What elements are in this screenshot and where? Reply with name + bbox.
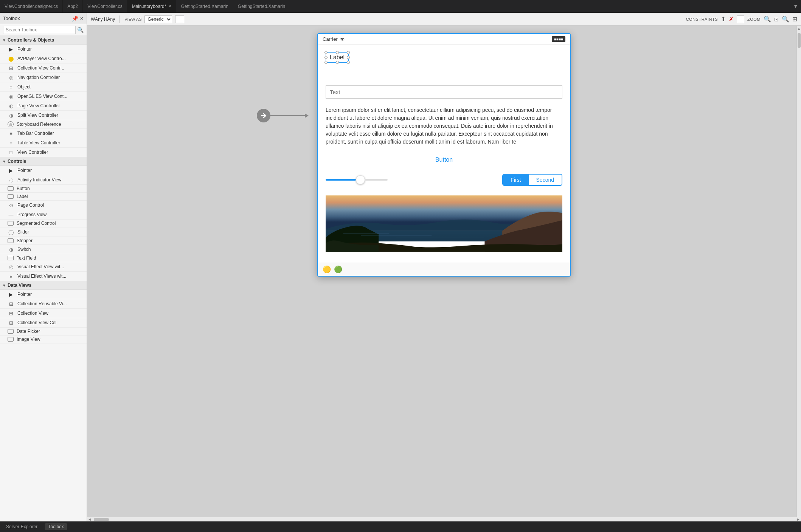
toolbox-item-object[interactable]: ○ Object bbox=[0, 82, 87, 92]
toolbox-item-date-picker[interactable]: Date Picker bbox=[0, 328, 87, 336]
bottom-tab-toolbox[interactable]: Toolbox bbox=[45, 523, 67, 530]
handle-bl[interactable] bbox=[324, 61, 328, 64]
toolbox-item-tab-bar-controller[interactable]: ≡ Tab Bar Controller bbox=[0, 129, 87, 138]
zoom-fit-icon[interactable]: ⊞ bbox=[792, 15, 797, 23]
tab-app2[interactable]: App2 bbox=[63, 0, 83, 12]
object-icon: ○ bbox=[8, 84, 14, 90]
toolbox-item-pointer-data[interactable]: ▶ Pointer bbox=[0, 290, 87, 299]
toolbox-item-pointer-controls[interactable]: ▶ Pointer bbox=[0, 166, 87, 175]
tab-getting-started-1[interactable]: GettingStarted.Xamarin bbox=[176, 0, 233, 12]
toolbox-item-collection-view-ctrl[interactable]: ⊞ Collection View Contr... bbox=[0, 63, 87, 73]
search-icon: 🔍 bbox=[77, 27, 84, 33]
device-frame-toggle[interactable] bbox=[175, 15, 184, 23]
zoom-in-icon[interactable]: 🔍 bbox=[782, 15, 789, 23]
category-data-views[interactable]: ▼ Data Views bbox=[0, 281, 87, 290]
button-icon bbox=[8, 186, 14, 191]
toolbox-item-collection-reusable[interactable]: ⊞ Collection Reusable Vi... bbox=[0, 299, 87, 309]
scroll-up-icon[interactable]: ▲ bbox=[796, 26, 801, 31]
date-picker-icon bbox=[8, 329, 14, 334]
button-widget[interactable]: Button bbox=[326, 153, 562, 166]
bottom-icon-1[interactable]: 🟡 bbox=[323, 265, 331, 274]
toolbox-item-opengl[interactable]: ◉ OpenGL ES View Cont... bbox=[0, 92, 87, 101]
avplayer-icon: ⬤ bbox=[8, 55, 14, 62]
text-field-icon bbox=[8, 256, 14, 260]
zoom-out-icon[interactable]: 🔍 bbox=[764, 15, 771, 23]
toolbox-item-switch[interactable]: ◑ Switch bbox=[0, 245, 87, 254]
table-view-controller-icon: ≡ bbox=[8, 139, 14, 146]
search-input[interactable] bbox=[3, 26, 76, 34]
toolbox-item-pointer-ctrl[interactable]: ▶ Pointer bbox=[0, 45, 87, 54]
handle-bm[interactable] bbox=[336, 61, 339, 64]
toolbox-item-stepper[interactable]: Stepper bbox=[0, 237, 87, 245]
handle-tr[interactable] bbox=[347, 51, 350, 54]
toolbox-item-avplayer[interactable]: ⬤ AVPlayer View Contro... bbox=[0, 54, 87, 63]
category-controls-arrow-icon: ▼ bbox=[2, 159, 6, 164]
handle-tl[interactable] bbox=[324, 51, 328, 54]
bottom-icon-2[interactable]: 🟢 bbox=[334, 265, 342, 274]
status-carrier: Carrier bbox=[323, 36, 345, 42]
toolbox-item-page-control[interactable]: ⊙ Page Control bbox=[0, 201, 87, 210]
label-widget[interactable]: Label bbox=[326, 52, 349, 63]
toolbox-item-label[interactable]: Label bbox=[0, 193, 87, 201]
tab-main-storyboard[interactable]: Main.storyboard* ✕ bbox=[127, 0, 177, 12]
toolbox-item-progress-view[interactable]: — Progress View bbox=[0, 210, 87, 220]
toolbox-item-text-field[interactable]: Text Field bbox=[0, 254, 87, 262]
view-as-select[interactable]: Generic bbox=[144, 15, 172, 23]
tab-getting-started-2[interactable]: GettingStarted.Xamarin bbox=[233, 0, 290, 12]
handle-mr[interactable] bbox=[347, 56, 350, 59]
slider-thumb[interactable] bbox=[356, 175, 365, 184]
text-field-widget[interactable] bbox=[326, 85, 562, 99]
constraint-error-icon[interactable]: ✗ bbox=[729, 15, 734, 23]
tab-viewcontroller-designer[interactable]: ViewController.designer.cs bbox=[0, 0, 63, 12]
toolbox-item-slider[interactable]: ◯ Slider bbox=[0, 227, 87, 237]
handle-ml[interactable] bbox=[324, 56, 328, 59]
zoom-label: ZOOM bbox=[747, 17, 761, 22]
toolbox-header-icons: 📌 ✕ bbox=[72, 15, 84, 22]
tab-close-icon[interactable]: ✕ bbox=[168, 4, 171, 8]
category-controls[interactable]: ▼ Controls bbox=[0, 157, 87, 166]
segmented-control: First Second bbox=[502, 174, 562, 186]
constraints-label: CONSTRAINTS bbox=[686, 17, 718, 22]
category-controllers[interactable]: ▼ Controllers & Objects bbox=[0, 36, 87, 45]
tab-dropdown-icon[interactable]: ▼ bbox=[790, 0, 801, 12]
horizontal-scrollbar[interactable]: ◄ ► bbox=[87, 517, 801, 521]
vertical-scrollbar[interactable]: ▲ ▼ bbox=[796, 26, 801, 521]
toolbox-item-image-view[interactable]: Image View bbox=[0, 336, 87, 343]
toolbox-item-page-view-controller[interactable]: ◐ Page View Controller bbox=[0, 101, 87, 111]
split-view-controller-icon: ◑ bbox=[8, 112, 14, 119]
toolbox-item-view-controller[interactable]: □ View Controller bbox=[0, 148, 87, 157]
toolbar-right: CONSTRAINTS ⬆ ✗ ZOOM 🔍 ⊡ 🔍 ⊞ bbox=[686, 15, 797, 23]
constraint-rect-icon[interactable] bbox=[737, 15, 744, 23]
constraint-add-icon[interactable]: ⬆ bbox=[721, 15, 726, 23]
view-controller-icon: □ bbox=[8, 149, 14, 156]
toolbox-item-activity-indicator[interactable]: ◌ Activity Indicator View bbox=[0, 175, 87, 185]
toolbox-item-navigation-controller[interactable]: ◎ Navigation Controller bbox=[0, 73, 87, 82]
toolbox-item-segmented-control[interactable]: Segmented Control bbox=[0, 220, 87, 227]
toolbar-view-as: VIEW AS Generic bbox=[124, 15, 172, 23]
toolbox-item-visual-effect-1[interactable]: ◎ Visual Effect View wit... bbox=[0, 262, 87, 272]
scroll-right-icon[interactable]: ► bbox=[796, 517, 801, 521]
zoom-reset-icon[interactable]: ⊡ bbox=[774, 16, 779, 22]
toolbox-item-button[interactable]: Button bbox=[0, 185, 87, 193]
phone-status-bar: Carrier ■■■■ bbox=[318, 34, 570, 45]
toolbox-item-storyboard-reference[interactable]: ◍ Storyboard Reference bbox=[0, 120, 87, 129]
toolbox-pin-icon[interactable]: 📌 bbox=[72, 15, 78, 22]
toolbox-item-split-view-controller[interactable]: ◑ Split View Controller bbox=[0, 111, 87, 120]
main-layout: Toolbox 📌 ✕ 🔍 ▼ Controllers & Objects ▶ … bbox=[0, 13, 801, 521]
toolbox-item-collection-view[interactable]: ⊞ Collection View bbox=[0, 309, 87, 318]
pointer-data-icon: ▶ bbox=[8, 291, 14, 298]
toolbox-item-visual-effect-2[interactable]: ● Visual Effect Views wit... bbox=[0, 272, 87, 281]
toolbox-item-table-view-controller[interactable]: ≡ Table View Controller bbox=[0, 138, 87, 148]
scroll-left-icon[interactable]: ◄ bbox=[87, 517, 92, 521]
toolbox-item-collection-view-cell[interactable]: ⊞ Collection View Cell bbox=[0, 318, 87, 328]
tab-bar-controller-icon: ≡ bbox=[8, 130, 14, 137]
handle-tm[interactable] bbox=[336, 51, 339, 54]
seg-second-button[interactable]: Second bbox=[529, 175, 562, 185]
toolbox-close-icon[interactable]: ✕ bbox=[80, 16, 84, 21]
seg-first-button[interactable]: First bbox=[503, 175, 528, 185]
storyboard-reference-icon: ◍ bbox=[8, 121, 14, 127]
bottom-tab-server-explorer[interactable]: Server Explorer bbox=[3, 523, 40, 530]
handle-br[interactable] bbox=[347, 61, 350, 64]
slider-widget[interactable] bbox=[326, 175, 401, 184]
tab-viewcontroller-cs[interactable]: ViewController.cs bbox=[83, 0, 127, 12]
